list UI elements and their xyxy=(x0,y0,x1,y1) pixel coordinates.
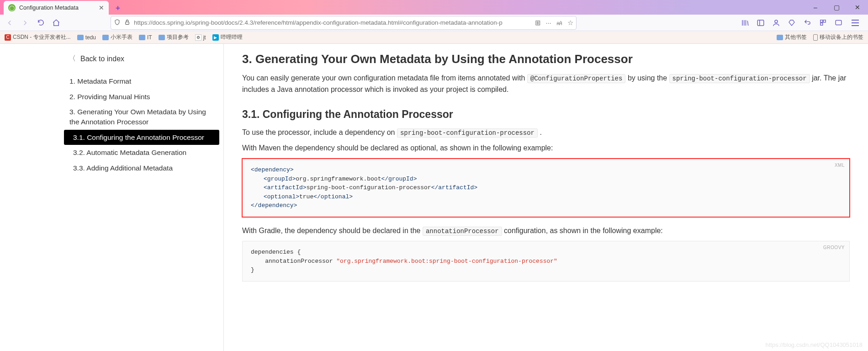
library-icon[interactable] xyxy=(740,18,750,28)
svg-rect-4 xyxy=(823,20,826,22)
code-lang-label: XML xyxy=(835,162,845,169)
folder-icon xyxy=(77,35,84,40)
code-lang-label: GROOVY xyxy=(823,244,845,251)
toc-sidebar: 〈 Back to index 1. Metadata Format2. Pro… xyxy=(0,44,224,351)
toc-item[interactable]: 3.2. Automatic Metadata Generation xyxy=(64,145,219,160)
spring-favicon-icon: ◯ xyxy=(8,4,16,11)
svg-rect-0 xyxy=(126,21,129,24)
paragraph: With Gradle, the dependency should be de… xyxy=(242,225,850,237)
inline-code: spring-boot-configuration-processor xyxy=(397,128,538,138)
svg-rect-6 xyxy=(836,21,842,25)
nav-back-button[interactable] xyxy=(3,16,16,30)
window-controls: – ▢ ✕ xyxy=(805,0,868,15)
paragraph: With Maven the dependency should be decl… xyxy=(242,143,850,154)
bilibili-icon: ▶ xyxy=(212,34,219,41)
svg-rect-1 xyxy=(757,20,764,26)
inline-code: @ConfigurationProperties xyxy=(527,74,626,83)
folder-icon xyxy=(139,35,145,40)
folder-icon xyxy=(102,35,109,40)
new-tab-button[interactable]: + xyxy=(111,2,124,15)
window-close-button[interactable]: ✕ xyxy=(847,0,868,15)
folder-icon xyxy=(159,35,165,40)
toc-item[interactable]: 3.3. Adding Additional Metadata xyxy=(64,160,219,176)
tab-title: Configuration Metadata xyxy=(19,5,79,11)
translate-icon[interactable]: 🗚 xyxy=(556,19,563,27)
page-actions-icon[interactable]: ··· xyxy=(545,19,551,27)
app-menu-button[interactable] xyxy=(849,16,862,29)
nav-home-button[interactable] xyxy=(49,16,63,30)
toc-item[interactable]: 1. Metadata Format xyxy=(64,74,219,89)
bookmark-csdn[interactable]: CCSDN - 专业开发者社... xyxy=(5,33,71,41)
extension-icon-3[interactable] xyxy=(818,18,828,28)
window-minimize-button[interactable]: – xyxy=(805,0,826,15)
toc-item[interactable]: 3.1. Configuring the Annotation Processo… xyxy=(64,130,219,145)
svg-rect-3 xyxy=(820,20,822,22)
tab-close-icon[interactable]: ✕ xyxy=(99,4,104,11)
bookmark-tedu[interactable]: tedu xyxy=(77,34,96,41)
browser-toolbar: https://docs.spring.io/spring-boot/docs/… xyxy=(0,15,868,31)
toc-item[interactable]: 3. Generating Your Own Metadata by Using… xyxy=(64,104,219,129)
tracking-shield-icon[interactable] xyxy=(114,19,121,27)
bookmark-project[interactable]: 项目参考 xyxy=(159,33,189,41)
reader-mode-icon[interactable]: ⊞ xyxy=(535,19,541,27)
bookmark-xiaomi[interactable]: 小米手表 xyxy=(102,33,132,41)
back-to-index-link[interactable]: 〈 Back to index xyxy=(69,54,223,64)
folder-icon xyxy=(777,35,783,40)
urlbar-text[interactable]: https://docs.spring.io/spring-boot/docs/… xyxy=(134,19,531,26)
inline-code: spring-boot-configuration-processor xyxy=(669,74,810,83)
nav-forward-button[interactable] xyxy=(18,16,32,30)
window-titlebar: ◯ Configuration Metadata ✕ + – ▢ ✕ xyxy=(0,0,868,15)
csdn-icon: C xyxy=(5,34,11,41)
bookmark-it[interactable]: IT xyxy=(139,34,152,41)
extension-icon-2[interactable] xyxy=(802,18,812,28)
toolbar-right xyxy=(740,16,865,29)
mobile-bookmarks[interactable]: 移动设备上的书签 xyxy=(813,33,863,41)
sidebar-toggle-icon[interactable] xyxy=(756,18,766,28)
paragraph: You can easily generate your own configu… xyxy=(242,73,850,96)
jt-icon: ⚙ xyxy=(195,34,201,41)
svg-rect-5 xyxy=(820,23,822,25)
window-maximize-button[interactable]: ▢ xyxy=(826,0,847,15)
inline-code: annotationProcessor xyxy=(423,227,502,236)
bookmarks-bar: CCSDN - 专业开发者社... tedu 小米手表 IT 项目参考 ⚙jt … xyxy=(0,31,868,44)
bookmark-bilibili[interactable]: ▶哔哩哔哩 xyxy=(212,33,243,41)
toc-list: 1. Metadata Format2. Providing Manual Hi… xyxy=(64,74,223,176)
maven-xml-codebox: XML <dependency> <groupId>org.springfram… xyxy=(242,159,850,217)
extension-icon-4[interactable] xyxy=(833,18,843,28)
urlbar[interactable]: https://docs.spring.io/spring-boot/docs/… xyxy=(111,16,577,30)
paragraph: To use the processor, include a dependen… xyxy=(242,127,850,138)
back-label: Back to index xyxy=(80,55,124,63)
browser-tab[interactable]: ◯ Configuration Metadata ✕ xyxy=(4,1,109,15)
page-content: 〈 Back to index 1. Metadata Format2. Pro… xyxy=(0,44,868,351)
other-bookmarks[interactable]: 其他书签 xyxy=(777,33,807,41)
subsection-heading: 3.1. Configuring the Annotation Processo… xyxy=(242,108,850,121)
bookmark-star-icon[interactable]: ☆ xyxy=(567,19,573,27)
svg-point-2 xyxy=(775,20,778,23)
chevron-left-icon: 〈 xyxy=(69,54,76,64)
doc-body: 3. Generating Your Own Metadata by Using… xyxy=(224,44,868,351)
extension-icon-1[interactable] xyxy=(787,18,797,28)
mobile-icon xyxy=(813,34,818,41)
lock-icon[interactable] xyxy=(124,19,130,27)
nav-reload-button[interactable] xyxy=(34,16,48,30)
bookmark-jt[interactable]: ⚙jt xyxy=(195,34,206,41)
account-icon[interactable] xyxy=(771,18,781,28)
toc-item[interactable]: 2. Providing Manual Hints xyxy=(64,89,219,105)
urlbar-actions: ⊞ ··· 🗚 ☆ xyxy=(535,19,573,27)
section-heading: 3. Generating Your Own Metadata by Using… xyxy=(242,52,850,66)
gradle-groovy-codebox: GROOVY dependencies { annotationProcesso… xyxy=(242,241,850,282)
